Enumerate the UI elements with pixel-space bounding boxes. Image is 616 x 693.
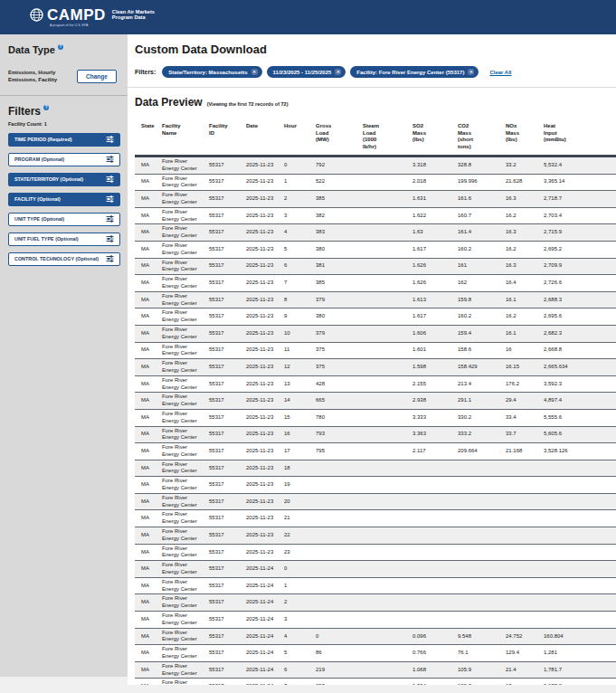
sidebar-divider (0, 95, 128, 96)
cell-state: MA (135, 393, 162, 410)
table-column-header: Facility ID (209, 121, 246, 157)
cell-facility-name: Fore River Energy Center (162, 527, 209, 545)
cell-facility-name: Fore River Energy Center (162, 612, 209, 629)
table-row: MA Fore River Energy Center 55317 2025-1… (135, 157, 616, 175)
cell-state: MA (135, 493, 162, 510)
help-icon[interactable]: ? (58, 44, 63, 50)
cell-state: MA (135, 275, 162, 292)
cell-co2-mass: 162 (458, 275, 506, 292)
cell-gross-load: 380 (316, 241, 363, 258)
cell-nox-mass (506, 561, 544, 578)
table-row: MA Fore River Energy Center 55317 2025-1… (135, 191, 616, 208)
table-row: MA Fore River Energy Center 55317 2025-1… (135, 375, 616, 393)
cell-hour: 11 (284, 342, 316, 359)
cell-hour: 7 (284, 679, 316, 685)
cell-gross-load: 382 (316, 207, 363, 224)
cell-gross-load: 385 (316, 191, 363, 208)
cell-facility-id: 55317 (209, 342, 246, 359)
remove-filter-icon[interactable]: ✕ (335, 69, 341, 75)
help-icon[interactable]: ? (43, 105, 49, 110)
cell-facility-id: 55317 (209, 628, 246, 645)
table-row: MA Fore River Energy Center 55317 2025-1… (135, 275, 616, 292)
cell-so2-mass: 0.766 (412, 645, 458, 662)
cell-facility-id: 55317 (209, 527, 246, 545)
cell-date: 2025-11-24 (246, 577, 284, 594)
cell-state: MA (135, 477, 162, 494)
cell-steam-load (363, 207, 412, 224)
cell-date: 2025-11-24 (246, 561, 284, 578)
cell-state: MA (135, 191, 162, 208)
cell-hour: 1 (284, 174, 316, 191)
active-filters-bar: Filters: State/Territory: Massachusetts … (135, 66, 616, 78)
cell-facility-name: Fore River Energy Center (162, 342, 209, 359)
cell-hour: 10 (284, 325, 316, 342)
cell-steam-load (363, 375, 412, 393)
cell-date: 2025-11-23 (246, 426, 284, 443)
campd-logo[interactable]: CAMPD Clean Air Markets Program Data A p… (30, 7, 155, 28)
data-type-title: Data Type (8, 44, 55, 55)
cell-facility-name: Fore River Energy Center (162, 544, 209, 561)
cell-steam-load (363, 661, 412, 679)
cell-gross-load: 792 (316, 157, 363, 175)
cell-so2-mass: 1.622 (412, 207, 458, 224)
sliders-icon (106, 156, 114, 163)
cell-heat-input (544, 561, 616, 578)
cell-so2-mass: 1.601 (412, 342, 458, 359)
sidebar-filter-button[interactable]: UNIT FUEL TYPE (Optional) (8, 233, 120, 246)
filter-chip[interactable]: State/Territory: Massachusetts ✕ (162, 66, 261, 78)
cell-nox-mass: 16.1 (506, 325, 544, 342)
table-column-header: Hour (284, 121, 316, 157)
cell-gross-load: 380 (316, 309, 363, 326)
cell-so2-mass: 2.117 (412, 443, 458, 460)
cell-gross-load (316, 612, 363, 629)
table-row: MA Fore River Energy Center 55317 2025-1… (135, 544, 616, 561)
cell-steam-load (363, 359, 412, 376)
cell-date: 2025-11-23 (246, 309, 284, 326)
cell-so2-mass (412, 561, 458, 578)
cell-facility-name: Fore River Energy Center (162, 174, 209, 191)
remove-filter-icon[interactable]: ✕ (468, 69, 474, 75)
cell-facility-id: 55317 (209, 612, 246, 629)
sidebar-filter-button[interactable]: STATE/TERRITORY (Optional) (8, 173, 120, 186)
cell-date: 2025-11-23 (246, 359, 284, 376)
cell-date: 2025-11-23 (246, 241, 284, 258)
cell-heat-input (544, 594, 616, 612)
cell-nox-mass (506, 493, 544, 510)
cell-facility-id: 55317 (209, 157, 246, 175)
cell-gross-load: 665 (316, 393, 363, 410)
filter-chip[interactable]: 11/23/2025 - 11/25/2025 ✕ (267, 66, 346, 78)
cell-gross-load: 381 (316, 258, 363, 275)
cell-state: MA (135, 460, 162, 477)
sidebar-filter-button[interactable]: TIME PERIOD (Required) (8, 133, 120, 147)
sidebar-filter-button[interactable]: FACILITY (Optional) (8, 193, 120, 206)
cell-heat-input (544, 493, 616, 510)
sidebar-filter-button[interactable]: PROGRAM (Optional) (8, 153, 120, 166)
cell-date: 2025-11-24 (246, 645, 284, 662)
cell-co2-mass: 291.1 (458, 393, 506, 410)
filter-chip[interactable]: Facility: Fore River Energy Center (5531… (350, 66, 479, 78)
change-data-type-button[interactable]: Change (77, 70, 117, 83)
sidebar-filter-button[interactable]: UNIT TYPE (Optional) (8, 213, 120, 226)
cell-hour: 9 (284, 309, 316, 326)
cell-hour: 19 (284, 477, 316, 494)
sidebar-filter-button[interactable]: CONTROL TECHNOLOGY (Optional) (8, 252, 120, 266)
cell-steam-load (363, 577, 412, 594)
table-row: MA Fore River Energy Center 55317 2025-1… (135, 207, 616, 224)
filter-chip-label: 11/23/2025 - 11/25/2025 (273, 70, 332, 75)
cell-steam-load (363, 191, 412, 208)
cell-date: 2025-11-23 (246, 191, 284, 208)
cell-date: 2025-11-23 (246, 393, 284, 410)
cell-nox-mass (506, 527, 544, 545)
cell-co2-mass: 161.4 (458, 224, 506, 242)
remove-filter-icon[interactable]: ✕ (251, 69, 258, 75)
cell-hour: 8 (284, 291, 316, 309)
cell-co2-mass (458, 612, 506, 629)
cell-co2-mass (458, 493, 506, 510)
cell-so2-mass (412, 527, 458, 545)
cell-steam-load (363, 275, 412, 292)
cell-date: 2025-11-23 (246, 258, 284, 275)
cell-state: MA (135, 510, 162, 527)
cell-state: MA (135, 645, 162, 662)
clear-all-link[interactable]: Clear All (489, 70, 511, 75)
cell-state: MA (135, 544, 162, 561)
